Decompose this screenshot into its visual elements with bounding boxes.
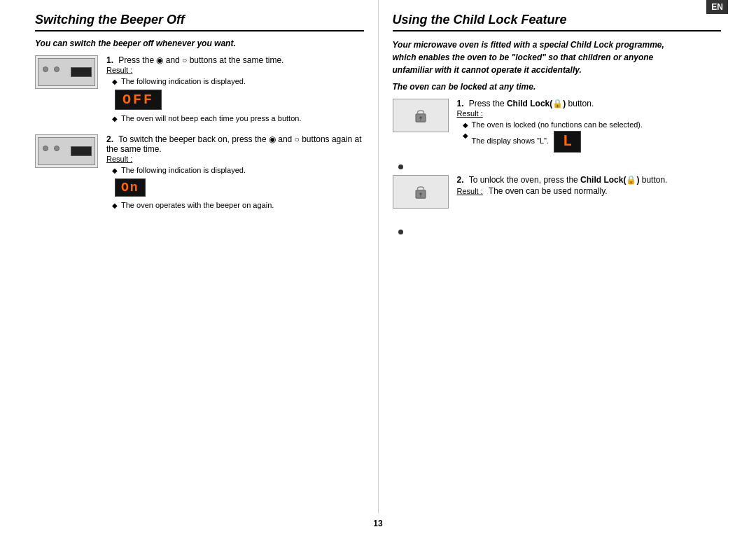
diamond-icon-3: ◆ (112, 167, 118, 174)
result-underline-2: Result : (106, 155, 132, 163)
dot-icon-1 (398, 164, 403, 169)
step-2-instruction: 2. To switch the beeper back on, press t… (106, 134, 364, 154)
page-number: 13 (28, 513, 728, 534)
oven-image-2 (35, 134, 98, 168)
left-subtitle: You can switch the beeper off whenever y… (35, 38, 364, 48)
right-step-2-number: 2. (457, 175, 464, 185)
page: Switching the Beeper Off You can switch … (0, 0, 756, 534)
dot-icon-2 (398, 230, 403, 234)
step-2-block: 2. To switch the beeper back on, press t… (35, 134, 364, 211)
step-1-result-label: Result : (106, 65, 364, 75)
step-1-content: 1. Press the ◉ and ○ buttons at the same… (106, 55, 364, 125)
right-step-1-text: Press the Child Lock(🔒) button. (469, 99, 594, 108)
right-subtitle: The oven can be locked at any time. (393, 82, 722, 92)
right-step-1-number: 1. (457, 99, 464, 108)
diamond-icon-4: ◆ (112, 202, 118, 209)
diamond-icon-6: ◆ (463, 132, 468, 139)
lock-image-2 (393, 175, 449, 209)
right-step-1-block: 1. Press the Child Lock(🔒) button. Resul… (393, 99, 722, 155)
right-step-2-result: Result : The oven can be used normally. (457, 186, 722, 196)
step-2-content: 2. To switch the beeper back on, press t… (106, 134, 364, 211)
right-step-1-bullet-1-text: The oven is locked (no functions can be … (472, 120, 643, 129)
step-2-bullet-2: ◆ The oven operates with the beeper on a… (112, 201, 364, 209)
right-step-2-instruction: 2. To unlock the oven, press the Child L… (457, 175, 722, 185)
right-step-1-bullet-2-text: The display shows "L". L (472, 131, 584, 153)
step-1-bullet-2-text: The oven will not beep each time you pre… (121, 114, 301, 122)
right-step-2-block: 2. To unlock the oven, press the Child L… (393, 175, 722, 209)
right-step-2-content: 2. To unlock the oven, press the Child L… (457, 175, 722, 196)
right-step-1-instruction: 1. Press the Child Lock(🔒) button. (457, 99, 722, 108)
right-step-1-content: 1. Press the Child Lock(🔒) button. Resul… (457, 99, 722, 155)
step-2-text: To switch the beeper back on, press the … (106, 134, 362, 154)
left-column: Switching the Beeper Off You can switch … (28, 0, 379, 513)
oven-knob-1 (43, 66, 48, 72)
step-2-bullet-2-text: The oven operates with the beeper on aga… (121, 201, 274, 209)
display-L: L (554, 131, 581, 153)
step-1-bullet-1-text: The following indication is displayed. (121, 77, 246, 85)
svg-point-4 (419, 192, 422, 195)
right-step-1-bullet-2: ◆ The display shows "L". L (463, 131, 722, 153)
step-2-number: 2. (106, 134, 113, 144)
right-step-2-text: To unlock the oven, press the Child Lock… (469, 175, 668, 185)
oven-display-1 (71, 67, 92, 77)
oven-knob-3 (43, 146, 48, 151)
step-1-number: 1. (106, 55, 113, 65)
en-badge: EN (706, 0, 728, 14)
right-intro-line1: Your microwave oven is fitted with a spe… (393, 40, 664, 50)
left-title: Switching the Beeper Off (35, 13, 364, 31)
right-title: Using the Child Lock Feature (393, 13, 722, 31)
step-1-bullet-2: ◆ The oven will not beep each time you p… (112, 114, 364, 122)
oven-display-2 (71, 146, 92, 156)
right-intro-line2: which enables the oven to be "locked" so… (393, 52, 654, 62)
display-on: On (115, 178, 146, 197)
step-2-bullet-1: ◆ The following indication is displayed. (112, 166, 364, 174)
step-1-bullet-1: ◆ The following indication is displayed. (112, 77, 364, 85)
dot-separator-1 (398, 164, 722, 169)
display-on-container: On (106, 176, 364, 199)
right-step-1-bullet-1: ◆ The oven is locked (no functions can b… (463, 120, 722, 129)
step-2-result-label: Result : (106, 154, 364, 164)
right-result-underline-2: Result : (457, 187, 483, 195)
lock-image-1 (393, 99, 449, 132)
oven-body-2 (38, 137, 95, 165)
diamond-icon-1: ◆ (112, 78, 118, 85)
display-off-container: OFF (106, 87, 364, 112)
step-1-text: Press the ◉ and ○ buttons at the same ti… (118, 55, 284, 65)
step-1-instruction: 1. Press the ◉ and ○ buttons at the same… (106, 55, 364, 65)
right-intro-line3: unfamiliar with it cannot operate it acc… (393, 65, 582, 75)
oven-knob-4 (54, 146, 59, 151)
display-off: OFF (115, 90, 162, 110)
right-result-underline-1: Result : (457, 109, 483, 118)
oven-image-1 (35, 55, 98, 89)
right-step-1-result-label: Result : (457, 108, 722, 118)
lock-icon-1 (413, 108, 428, 123)
oven-body-1 (38, 58, 95, 86)
right-step-2-result-text: The oven can be used normally. (489, 186, 608, 196)
diamond-icon-5: ◆ (463, 121, 468, 129)
result-underline-1: Result : (106, 66, 132, 74)
oven-knob-2 (54, 66, 59, 72)
child-lock-bold-2: Child Lock(🔒) (580, 175, 639, 185)
lock-icon-2 (413, 184, 428, 199)
step-1-block: 1. Press the ◉ and ○ buttons at the same… (35, 55, 364, 125)
right-column: EN Using the Child Lock Feature Your mic… (379, 0, 729, 513)
right-intro: Your microwave oven is fitted with a spe… (393, 38, 722, 76)
step-2-bullet-1-text: The following indication is displayed. (121, 166, 246, 174)
svg-point-1 (419, 116, 422, 119)
child-lock-bold-1: Child Lock(🔒) (507, 99, 566, 108)
diamond-icon-2: ◆ (112, 115, 118, 122)
dot-separator-2 (398, 230, 722, 234)
